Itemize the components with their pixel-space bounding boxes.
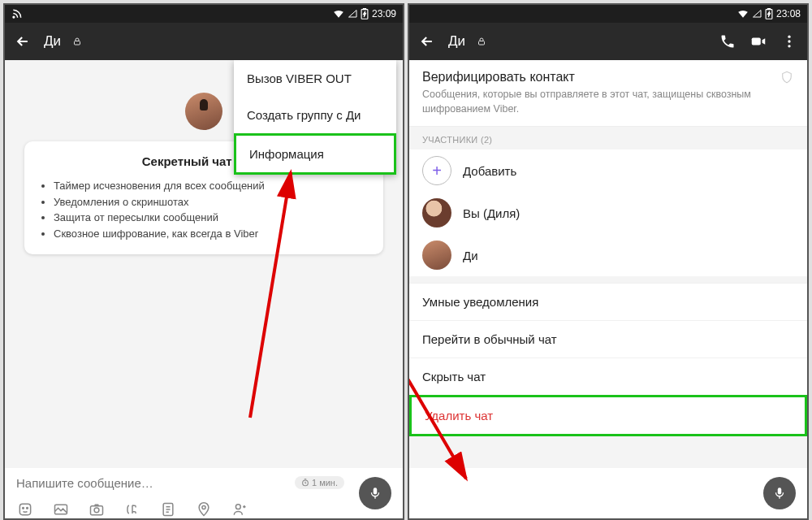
svg-line-4	[250, 172, 291, 418]
svg-point-19	[94, 508, 99, 513]
back-icon[interactable]	[417, 32, 437, 51]
menu-create-group[interactable]: Создать группу с Ди	[234, 97, 396, 133]
participant-self[interactable]: Вы (Диля)	[409, 192, 807, 234]
battery-icon	[765, 8, 773, 20]
status-bar: 23:08	[409, 5, 807, 23]
add-participant[interactable]: + Добавить	[409, 150, 807, 192]
info-content[interactable]: Верифицировать контакт Сообщения, которы…	[409, 60, 807, 515]
signal-icon	[348, 9, 357, 19]
lock-icon	[72, 37, 82, 46]
avatar	[422, 240, 451, 270]
shield-icon	[780, 70, 794, 84]
participant-contact[interactable]: Ди	[409, 234, 807, 276]
svg-point-0	[13, 16, 15, 18]
bottom-strip: 1 мин.	[3, 468, 809, 520]
svg-point-16	[27, 508, 28, 509]
phone-right: 23:08 Ди Верифицировать контакт Сообщени…	[408, 3, 809, 517]
status-bar: 23:09	[5, 5, 403, 23]
contact-share-icon[interactable]	[231, 500, 248, 518]
svg-rect-6	[767, 8, 770, 10]
svg-rect-14	[19, 504, 30, 514]
participants-label: УЧАСТНИКИ (2)	[409, 127, 807, 150]
svg-point-11	[788, 45, 790, 47]
list-item: Сквозное шифрование, как всегда в Viber	[54, 226, 369, 242]
plus-icon: +	[422, 156, 451, 185]
sticker-icon[interactable]	[16, 500, 34, 518]
card-bullets: Таймер исчезновения для всех сообщений У…	[39, 178, 369, 241]
app-bar: Ди	[409, 23, 807, 60]
file-icon[interactable]	[159, 500, 177, 518]
verify-sub: Сообщения, которые вы отправляете в этот…	[422, 88, 794, 116]
timer-pill[interactable]: 1 мин.	[295, 476, 344, 489]
gallery-icon[interactable]	[52, 500, 70, 518]
svg-rect-24	[778, 488, 782, 494]
timer-label: 1 мин.	[312, 478, 338, 488]
app-bar: Ди	[5, 23, 403, 60]
annotation-arrow	[409, 304, 490, 499]
signal-icon	[752, 9, 762, 19]
svg-point-22	[235, 505, 240, 509]
message-input[interactable]	[16, 476, 295, 490]
participant-name: Ди	[463, 249, 478, 262]
status-time: 23:08	[776, 8, 801, 20]
overflow-menu: Вызов VIBER OUT Создать группу с Ди Инфо…	[234, 60, 396, 175]
mic-button[interactable]	[359, 477, 391, 509]
back-icon[interactable]	[13, 32, 32, 51]
svg-point-9	[788, 36, 790, 38]
svg-rect-7	[479, 41, 485, 46]
svg-rect-8	[752, 37, 761, 45]
menu-viber-out[interactable]: Вызов VIBER OUT	[234, 60, 396, 97]
svg-point-15	[23, 508, 24, 509]
verify-block[interactable]: Верифицировать контакт Сообщения, которы…	[409, 60, 807, 127]
wifi-icon	[333, 8, 344, 20]
svg-rect-3	[75, 41, 80, 46]
status-time: 23:09	[372, 8, 396, 20]
camera-icon[interactable]	[88, 500, 106, 518]
participant-name: Вы (Диля)	[463, 206, 520, 220]
rss-icon	[11, 8, 23, 20]
wifi-icon	[737, 8, 749, 20]
call-icon[interactable]	[718, 32, 737, 51]
content-area: Вызов VIBER OUT Создать группу с Ди Инфо…	[5, 60, 403, 515]
svg-point-21	[202, 505, 205, 509]
annotation-arrow	[242, 166, 307, 426]
left-input-bar: 1 мин.	[3, 468, 404, 520]
svg-line-12	[409, 312, 466, 479]
verify-heading: Верифицировать контакт	[422, 70, 575, 84]
gif-icon[interactable]	[123, 500, 141, 518]
location-icon[interactable]	[195, 500, 213, 518]
svg-rect-23	[374, 488, 378, 494]
contact-avatar[interactable]	[185, 93, 222, 130]
add-label: Добавить	[463, 164, 516, 178]
battery-icon	[361, 8, 369, 20]
more-icon[interactable]	[780, 32, 799, 51]
video-icon[interactable]	[749, 32, 768, 51]
list-item: Уведомления о скриншотах	[54, 194, 369, 210]
phone-left: 23:09 Ди Вызов VIBER OUT Создать группу …	[3, 3, 404, 517]
svg-rect-2	[363, 8, 365, 10]
avatar	[422, 198, 451, 228]
chat-title[interactable]: Ди	[448, 33, 465, 50]
svg-point-10	[788, 40, 790, 42]
mic-button[interactable]	[763, 477, 796, 509]
lock-icon	[477, 37, 486, 46]
list-item: Таймер исчезновения для всех сообщений	[54, 178, 369, 194]
list-item: Защита от пересылки сообщений	[54, 210, 369, 226]
chat-title[interactable]: Ди	[44, 33, 61, 50]
